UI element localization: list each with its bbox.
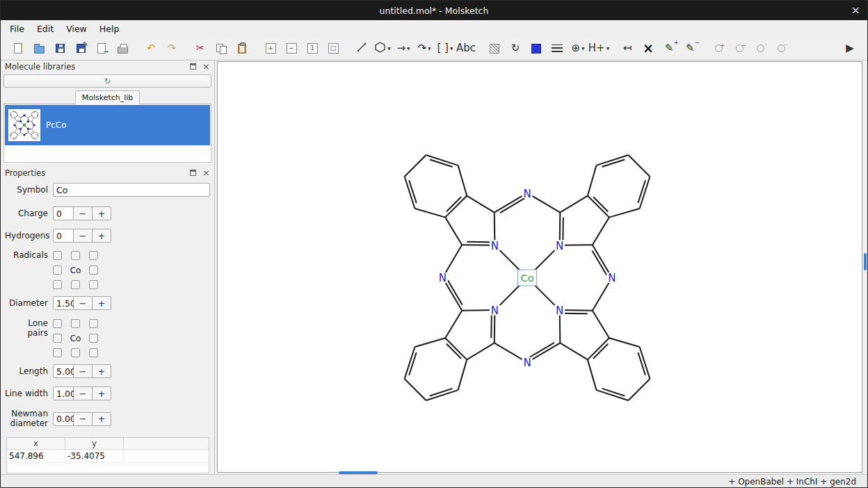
- radical-remove-tool[interactable]: −: [730, 40, 748, 58]
- bond-line[interactable]: [11, 117, 15, 118]
- library-item-pcco[interactable]: PcCo: [5, 105, 210, 145]
- bond-line[interactable]: [17, 115, 21, 117]
- charge-tool-tool[interactable]: ⊕▼: [569, 40, 587, 58]
- coordinate-x-cell[interactable]: 547.896: [7, 450, 65, 462]
- bond-line[interactable]: [445, 196, 467, 218]
- text-tool-tool[interactable]: Abc: [457, 40, 475, 58]
- radical-checkbox[interactable]: [53, 251, 62, 260]
- molecule-drawing[interactable]: CoNNNNNNNN: [218, 62, 862, 472]
- symbol-input[interactable]: [53, 183, 210, 197]
- bond-line[interactable]: [10, 111, 13, 114]
- library-float-icon[interactable]: [190, 63, 196, 70]
- hydrogens-increment-button[interactable]: +: [93, 229, 111, 243]
- lone-pair-checkbox[interactable]: [89, 334, 98, 343]
- brackets-tool[interactable]: [ ]▼: [436, 40, 454, 58]
- bond-line[interactable]: [17, 112, 17, 115]
- bond-line[interactable]: [560, 196, 588, 213]
- bond-line[interactable]: [588, 338, 609, 359]
- coordinates-row[interactable]: 547.896 -35.4075: [7, 450, 209, 463]
- lone-pair-remove-tool[interactable]: ··: [772, 40, 790, 58]
- reaction-arrow-tool[interactable]: →▼: [394, 40, 412, 58]
- insert-ring-tool[interactable]: ▼: [373, 40, 392, 58]
- lone-pair-checkbox[interactable]: [53, 348, 62, 357]
- radical-checkbox[interactable]: [89, 251, 98, 260]
- bond-line[interactable]: [10, 137, 13, 140]
- drawing-canvas[interactable]: CoNNNNNNNN: [217, 61, 862, 473]
- atom-label[interactable]: N: [523, 188, 531, 200]
- atom-label[interactable]: N: [491, 304, 499, 317]
- library-refresh-button[interactable]: ↻: [3, 74, 211, 88]
- bond-line[interactable]: [11, 132, 15, 133]
- coordinate-y-cell[interactable]: -35.4075: [65, 450, 124, 462]
- atom-label[interactable]: Co: [521, 273, 534, 284]
- bond-line[interactable]: [36, 137, 39, 140]
- bond-line[interactable]: [17, 133, 21, 135]
- bond-line[interactable]: [628, 155, 650, 177]
- length-decrement-button[interactable]: −: [74, 364, 93, 378]
- bond-line[interactable]: [17, 135, 17, 138]
- bond-line[interactable]: [31, 115, 34, 118]
- cut-tool[interactable]: ✂: [191, 40, 209, 58]
- lone-pair-checkbox[interactable]: [53, 334, 62, 343]
- menu-file[interactable]: File: [3, 22, 31, 36]
- brackets-dropdown-arrow[interactable]: ▼: [450, 46, 453, 51]
- zoom-in-tool[interactable]: +: [262, 40, 280, 58]
- bond-line-double[interactable]: [448, 280, 463, 304]
- atom-label[interactable]: N: [439, 272, 447, 284]
- print-tool[interactable]: [113, 40, 131, 58]
- save-file-tool[interactable]: [51, 40, 69, 58]
- bond-line-double[interactable]: [602, 389, 625, 396]
- tab-molsketch-lib[interactable]: Molsketch_lib: [75, 90, 140, 104]
- redo-tool[interactable]: ↷: [163, 40, 181, 58]
- bond-line[interactable]: [32, 129, 34, 132]
- atom-label[interactable]: N: [491, 240, 499, 252]
- bond-line[interactable]: [28, 133, 31, 135]
- bond-line-double[interactable]: [430, 389, 453, 396]
- bond-line[interactable]: [588, 196, 609, 218]
- save-as-tool[interactable]: [72, 40, 90, 58]
- bond-line[interactable]: [405, 155, 426, 177]
- menu-view[interactable]: View: [60, 22, 93, 36]
- rotate-tool[interactable]: ↻: [506, 40, 524, 58]
- bond-line-double[interactable]: [530, 343, 554, 357]
- bond-line[interactable]: [628, 379, 650, 400]
- color-picker-tool[interactable]: [527, 40, 545, 58]
- new-file-tool[interactable]: [9, 40, 27, 58]
- menu-help[interactable]: Help: [93, 22, 126, 36]
- radical-checkbox[interactable]: [53, 266, 62, 275]
- bond-line[interactable]: [31, 132, 34, 135]
- properties-float-icon[interactable]: [190, 170, 196, 176]
- newman-increment-button[interactable]: +: [93, 412, 111, 426]
- line-width-increment-button[interactable]: +: [93, 387, 111, 400]
- radical-checkbox[interactable]: [53, 280, 62, 289]
- bond-line-double[interactable]: [409, 352, 417, 375]
- bond-line-double[interactable]: [592, 251, 606, 275]
- bond-line[interactable]: [15, 132, 17, 135]
- lone-pair-checkbox[interactable]: [53, 319, 62, 328]
- charge-value[interactable]: 0: [53, 206, 74, 220]
- lone-pair-checkbox[interactable]: [71, 319, 80, 328]
- bond-line[interactable]: [560, 343, 588, 359]
- zoom-fit-tool[interactable]: □: [324, 40, 342, 58]
- vertical-scrollbar-thumb[interactable]: [864, 253, 867, 270]
- radical-add-tool[interactable]: +: [709, 40, 728, 58]
- bond-line[interactable]: [15, 115, 17, 118]
- radical-checkbox[interactable]: [71, 280, 80, 289]
- zoom-out-tool[interactable]: −: [282, 40, 300, 58]
- bond-line[interactable]: [445, 218, 462, 245]
- delete-tool-tool[interactable]: ×: [639, 40, 657, 58]
- bond-line-double[interactable]: [430, 159, 453, 167]
- newman-decrement-button[interactable]: −: [74, 412, 93, 426]
- insert-ring-dropdown-arrow[interactable]: ▼: [387, 46, 391, 51]
- bond-line-double[interactable]: [500, 198, 524, 213]
- bond-line[interactable]: [588, 359, 597, 390]
- lone-pair-checkbox[interactable]: [89, 348, 98, 357]
- lone-pair-checkbox[interactable]: [71, 348, 80, 357]
- lone-pair-checkbox[interactable]: [89, 319, 98, 328]
- radical-checkbox[interactable]: [89, 280, 98, 289]
- bond-line[interactable]: [609, 209, 640, 218]
- diameter-increment-button[interactable]: +: [93, 296, 111, 310]
- line-width-decrement-button[interactable]: −: [74, 387, 93, 400]
- radical-checkbox[interactable]: [89, 266, 98, 275]
- line-width-value[interactable]: 1.00: [53, 387, 74, 400]
